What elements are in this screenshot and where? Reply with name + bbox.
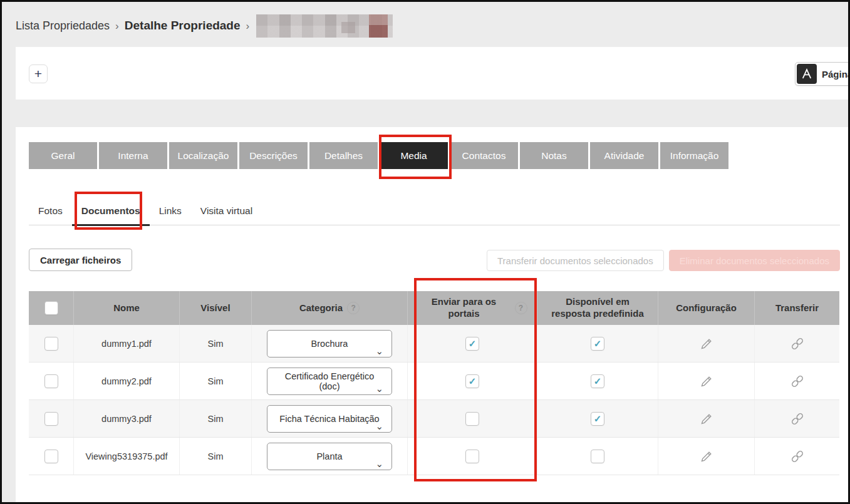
link-icon — [789, 411, 806, 427]
category-select[interactable]: Ficha Técnica Habitação ⌄ — [267, 405, 392, 433]
page-button[interactable]: Página d — [795, 62, 850, 86]
category-value: Planta — [316, 451, 342, 461]
header-disponivel: Disponível em resposta predefinida — [537, 291, 658, 325]
tab-atividade[interactable]: Atividade — [590, 142, 658, 169]
table-row: dummy1.pdf Sim Brochura ⌄ ✓ ✓ — [29, 325, 839, 363]
plus-icon: + — [34, 66, 42, 81]
available-response-checkbox[interactable]: ✓ — [591, 337, 604, 351]
breadcrumb: Lista Propriedades › Detalhe Propriedade… — [16, 12, 393, 39]
header-categoria: Categoria ? — [252, 291, 408, 325]
tab-geral[interactable]: Geral — [29, 142, 97, 169]
edit-config-button[interactable] — [697, 409, 717, 429]
category-select[interactable]: Planta ⌄ — [267, 443, 392, 470]
download-link-button[interactable] — [787, 446, 808, 467]
help-icon[interactable]: ? — [347, 302, 360, 314]
add-button[interactable]: + — [29, 64, 48, 83]
header-categoria-label: Categoria — [299, 302, 343, 314]
download-link-button[interactable] — [787, 408, 808, 429]
pencil-icon — [699, 336, 714, 351]
header-transferir: Transferir — [755, 291, 839, 325]
delete-selected-button[interactable]: Eliminar documentos seleccionados — [669, 250, 840, 271]
tab-detalhes[interactable]: Detalhes — [309, 142, 378, 169]
app-window: Lista Propriedades › Detalhe Propriedade… — [0, 0, 850, 504]
send-portals-checkbox[interactable]: ✓ — [465, 337, 479, 351]
category-value: Certificado Energético (doc) — [274, 371, 385, 391]
chevron-down-icon: ⌄ — [375, 421, 383, 432]
table-row: dummy3.pdf Sim Ficha Técnica Habitação ⌄… — [29, 400, 839, 438]
page-button-label: Página d — [822, 69, 850, 80]
doc-visible: Sim — [180, 363, 252, 399]
link-icon — [789, 448, 806, 465]
tab-media[interactable]: Media — [380, 142, 448, 169]
edit-config-button[interactable] — [697, 371, 717, 391]
upload-files-button[interactable]: Carregar ficheiros — [29, 249, 132, 271]
tab-notas[interactable]: Notas — [520, 142, 588, 169]
pencil-icon — [699, 411, 714, 426]
edit-config-button[interactable] — [697, 334, 717, 354]
header-select-all — [29, 291, 74, 325]
help-icon[interactable]: ? — [515, 302, 527, 314]
pencil-icon — [699, 449, 714, 464]
chevron-down-icon: ⌄ — [375, 458, 383, 470]
toolbar-panel: + Página d — [16, 47, 850, 100]
tab-contactos[interactable]: Contactos — [450, 142, 518, 169]
header-nome: Nome — [74, 291, 180, 325]
row-select-checkbox[interactable] — [44, 450, 58, 463]
tab-informacao[interactable]: Informação — [660, 142, 728, 169]
breadcrumb-property-detail: Detalhe Propriedade — [125, 19, 241, 33]
link-icon — [789, 336, 806, 352]
doc-visible: Sim — [180, 438, 252, 475]
available-response-checkbox[interactable]: ✓ — [591, 374, 604, 388]
chevron-down-icon: ⌄ — [375, 346, 383, 357]
tab-localizacao[interactable]: Localização — [169, 142, 237, 169]
category-select[interactable]: Certificado Energético (doc) ⌄ — [267, 368, 392, 395]
header-disponivel-label: Disponível em resposta predefinida — [547, 296, 648, 320]
tab-interna[interactable]: Interna — [99, 142, 167, 169]
row-select-checkbox[interactable] — [44, 412, 58, 426]
category-value: Brochura — [311, 339, 348, 349]
send-portals-checkbox[interactable] — [465, 412, 479, 426]
link-icon — [789, 373, 806, 389]
breadcrumb-list-properties[interactable]: Lista Propriedades — [16, 19, 110, 33]
header-visivel: Visível — [180, 291, 252, 325]
category-value: Ficha Técnica Habitação — [279, 414, 379, 424]
send-portals-checkbox[interactable] — [465, 450, 479, 463]
download-selected-button[interactable]: Transferir documentos seleccionados — [487, 250, 664, 271]
select-all-checkbox[interactable] — [44, 301, 58, 315]
doc-visible: Sim — [180, 400, 252, 437]
category-select[interactable]: Brochura ⌄ — [267, 330, 392, 357]
chevron-right-icon: › — [246, 19, 250, 33]
table-row: Viewing5319375.pdf Sim Planta ⌄ — [29, 438, 839, 475]
tab-bar: Geral Interna Localização Descrições Det… — [29, 142, 728, 169]
redacted-property-name — [256, 14, 393, 38]
doc-name: dummy1.pdf — [74, 325, 180, 362]
tab-descricoes[interactable]: Descrições — [239, 142, 308, 169]
download-link-button[interactable] — [787, 371, 808, 392]
download-link-button[interactable] — [787, 333, 808, 354]
subtab-fotos[interactable]: Fotos — [29, 200, 72, 225]
table-header-row: Nome Visível Categoria ? Enviar para os … — [29, 291, 839, 325]
row-select-checkbox[interactable] — [44, 337, 58, 351]
doc-name: Viewing5319375.pdf — [74, 438, 180, 475]
brand-logo-icon — [797, 64, 817, 84]
chevron-down-icon: ⌄ — [375, 383, 383, 394]
doc-name: dummy3.pdf — [74, 400, 180, 437]
doc-name: dummy2.pdf — [74, 363, 180, 399]
header-enviar-label: Enviar para os portais — [418, 296, 511, 320]
subtab-visita-virtual[interactable]: Visita virtual — [191, 200, 262, 225]
row-select-checkbox[interactable] — [44, 374, 58, 388]
send-portals-checkbox[interactable]: ✓ — [465, 374, 479, 388]
available-response-checkbox[interactable]: ✓ — [591, 412, 604, 426]
available-response-checkbox[interactable] — [591, 450, 604, 463]
table-row: dummy2.pdf Sim Certificado Energético (d… — [29, 363, 839, 400]
subtab-documentos[interactable]: Documentos — [72, 200, 150, 226]
edit-config-button[interactable] — [697, 446, 717, 466]
documents-table: Nome Visível Categoria ? Enviar para os … — [29, 291, 839, 475]
subtab-bar: Fotos Documentos Links Visita virtual — [29, 200, 840, 225]
main-panel: Geral Interna Localização Descrições Det… — [16, 127, 850, 504]
subtab-links[interactable]: Links — [150, 200, 191, 225]
header-enviar-portais: Enviar para os portais ? — [408, 291, 537, 325]
pencil-icon — [699, 374, 714, 389]
header-configuracao: Configuração — [658, 291, 755, 325]
chevron-right-icon: › — [115, 19, 119, 33]
